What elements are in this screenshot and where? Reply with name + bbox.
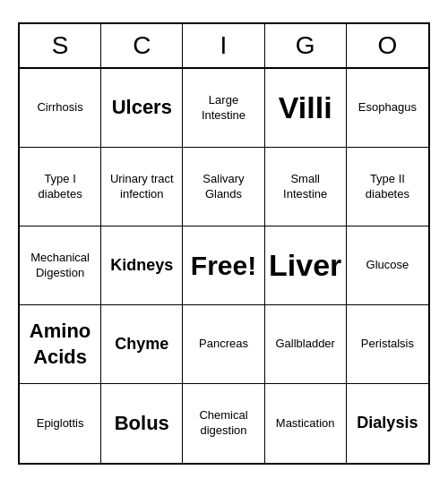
cell-text-17: Pancreas [199,337,248,352]
bingo-header: SCIGO [20,24,428,69]
cell-text-22: Chemical digestion [186,408,260,439]
bingo-cell-9: Type II diabetes [347,148,428,226]
cell-text-5: Type I diabetes [23,172,97,202]
bingo-cell-2: Large Intestine [183,69,264,148]
cell-text-24: Dialysis [357,413,418,433]
cell-text-2: Large Intestine [186,93,260,124]
cell-text-23: Mastication [276,416,335,431]
cell-text-1: Ulcers [112,95,172,121]
bingo-cell-23: Mastication [265,384,347,463]
bingo-card: SCIGO CirrhosisUlcersLarge IntestineVill… [18,22,430,465]
header-cell-g: G [265,24,347,67]
bingo-cell-24: Dialysis [347,384,428,463]
cell-text-10: Mechanical Digestion [23,251,97,281]
bingo-cell-10: Mechanical Digestion [20,226,101,305]
header-cell-o: O [347,24,428,67]
bingo-cell-8: Small Intestine [265,148,347,226]
bingo-cell-19: Peristalsis [347,305,428,384]
bingo-cell-11: Kidneys [101,226,183,305]
cell-text-18: Gallbladder [275,337,335,352]
cell-text-14: Glucose [366,258,409,273]
header-cell-c: C [101,24,183,67]
bingo-cell-5: Type I diabetes [20,148,101,226]
cell-text-15: Amino Acids [23,319,97,370]
cell-text-0: Cirrhosis [37,100,82,115]
bingo-cell-15: Amino Acids [20,305,101,384]
cell-text-9: Type II diabetes [350,172,425,202]
cell-text-16: Chyme [115,334,168,355]
bingo-grid: CirrhosisUlcersLarge IntestineVilliEsoph… [20,69,428,463]
bingo-cell-21: Bolus [101,384,183,463]
cell-text-4: Esophagus [358,100,417,115]
cell-text-21: Bolus [115,411,169,437]
bingo-cell-3: Villi [265,69,347,148]
bingo-cell-6: Urinary tract infection [101,148,183,226]
bingo-cell-13: Liver [265,226,347,305]
cell-text-20: Epiglottis [37,416,84,431]
cell-text-7: Salivary Glands [186,172,260,202]
header-cell-i: I [183,24,264,67]
bingo-cell-16: Chyme [101,305,183,384]
cell-text-3: Villi [279,88,332,127]
bingo-cell-0: Cirrhosis [20,69,101,148]
bingo-cell-1: Ulcers [101,69,183,148]
bingo-cell-18: Gallbladder [265,305,347,384]
cell-text-6: Urinary tract infection [105,172,178,202]
bingo-cell-4: Esophagus [347,69,428,148]
header-cell-s: S [20,24,101,67]
cell-text-8: Small Intestine [269,172,342,202]
bingo-cell-12: Free! [183,226,264,305]
bingo-cell-20: Epiglottis [20,384,101,463]
cell-text-19: Peristalsis [361,337,414,352]
cell-text-13: Liver [269,245,341,285]
bingo-cell-22: Chemical digestion [183,384,264,463]
bingo-cell-17: Pancreas [183,305,264,384]
bingo-cell-14: Glucose [347,226,428,305]
bingo-cell-7: Salivary Glands [183,148,264,226]
cell-text-11: Kidneys [110,255,173,276]
cell-text-12: Free! [191,248,256,283]
